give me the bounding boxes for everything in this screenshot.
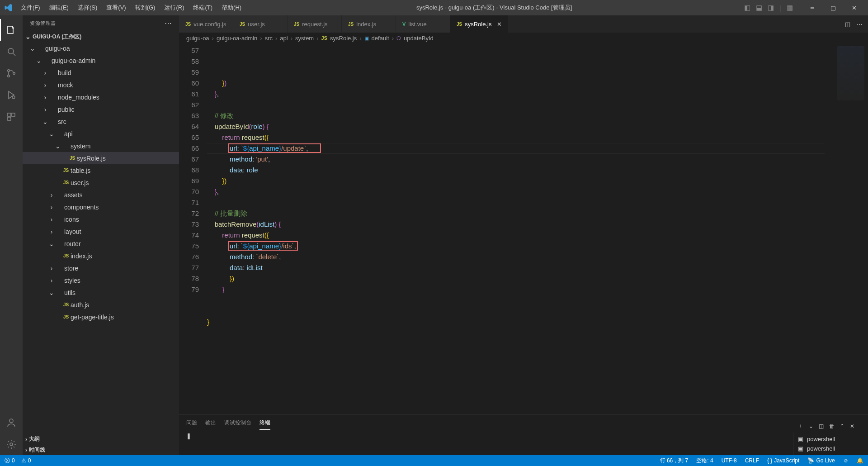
activity-search-icon[interactable] bbox=[0, 41, 23, 62]
tree-folder[interactable]: ›public bbox=[23, 103, 179, 115]
menu-edit[interactable]: 编辑(E) bbox=[45, 1, 73, 14]
split-terminal-icon[interactable]: ◫ bbox=[819, 423, 824, 429]
layout-panel-right-icon[interactable]: ◨ bbox=[766, 2, 776, 14]
tree-folder[interactable]: ›styles bbox=[23, 274, 179, 286]
kill-terminal-icon[interactable]: 🗑 bbox=[829, 423, 835, 429]
status-encoding[interactable]: UTF-8 bbox=[722, 457, 737, 464]
tree-file[interactable]: JSauth.js bbox=[23, 299, 179, 311]
status-language[interactable]: { } JavaScript bbox=[767, 457, 799, 464]
status-feedback-icon[interactable]: ☺ bbox=[843, 457, 849, 464]
close-panel-icon[interactable]: ✕ bbox=[850, 423, 854, 429]
activity-extensions-icon[interactable] bbox=[0, 106, 23, 128]
new-terminal-icon[interactable]: ＋ bbox=[798, 422, 803, 430]
close-tab-icon[interactable]: ✕ bbox=[497, 21, 502, 28]
tree-folder[interactable]: ⌄guigu-oa bbox=[23, 42, 179, 54]
chevron-icon: › bbox=[48, 277, 55, 284]
layout-panel-bottom-icon[interactable]: ⬓ bbox=[754, 2, 764, 14]
minimize-button[interactable]: ━ bbox=[802, 0, 823, 15]
breadcrumb-item[interactable]: guigu-oa-admin bbox=[217, 35, 257, 42]
breadcrumb-item[interactable]: updateById bbox=[404, 35, 434, 42]
tree-file[interactable]: JSsysRole.js bbox=[23, 152, 179, 164]
terminal-item[interactable]: ▣powershell bbox=[793, 444, 861, 453]
tree-file[interactable]: JSget-page-title.js bbox=[23, 311, 179, 323]
close-button[interactable]: ✕ bbox=[844, 0, 864, 15]
layout-panel-left-icon[interactable]: ◧ bbox=[742, 2, 752, 14]
tree-folder[interactable]: ›assets bbox=[23, 189, 179, 201]
code-line: url: `${api_name}/update`, bbox=[207, 143, 825, 154]
maximize-button[interactable]: ▢ bbox=[823, 0, 844, 15]
tree-file[interactable]: JSuser.js bbox=[23, 176, 179, 189]
code-content[interactable]: }) }, // 修改 updateById(role) { return re… bbox=[207, 43, 825, 414]
panel-tab-terminal[interactable]: 终端 bbox=[259, 419, 270, 430]
terminal-content[interactable]: ❚ bbox=[186, 433, 793, 455]
status-eol[interactable]: CRLF bbox=[745, 457, 759, 464]
terminal-dropdown-icon[interactable]: ⌄ bbox=[809, 423, 813, 429]
editor-tab[interactable]: JSuser.js bbox=[233, 15, 288, 33]
breadcrumb-item[interactable]: sysRole.js bbox=[330, 35, 357, 42]
layout-customize-icon[interactable]: ▦ bbox=[785, 2, 795, 14]
tree-folder[interactable]: ›node_modules bbox=[23, 91, 179, 103]
tree-folder[interactable]: ⌄src bbox=[23, 115, 179, 128]
split-editor-icon[interactable]: ◫ bbox=[845, 21, 850, 28]
tree-item-label: src bbox=[58, 118, 66, 125]
svg-point-0 bbox=[8, 48, 14, 54]
tree-folder[interactable]: ›store bbox=[23, 262, 179, 274]
activity-run-icon[interactable] bbox=[0, 84, 23, 106]
breadcrumb-item[interactable]: src bbox=[265, 35, 273, 42]
menu-go[interactable]: 转到(G) bbox=[131, 1, 160, 14]
editor-tab[interactable]: Vlist.vue bbox=[396, 15, 450, 33]
activity-explorer-icon[interactable] bbox=[0, 19, 23, 41]
tree-folder[interactable]: ›build bbox=[23, 67, 179, 79]
menu-view[interactable]: 查看(V) bbox=[102, 1, 130, 14]
breadcrumb-item[interactable]: system bbox=[295, 35, 314, 42]
maximize-panel-icon[interactable]: ⌃ bbox=[840, 423, 844, 429]
tree-folder[interactable]: ›components bbox=[23, 201, 179, 213]
editor-body[interactable]: 5758596061626364656667686970717273747576… bbox=[179, 43, 868, 414]
status-golive[interactable]: 📡 Go Live bbox=[807, 457, 835, 464]
menu-run[interactable]: 运行(R) bbox=[160, 1, 189, 14]
tree-file[interactable]: JStable.js bbox=[23, 164, 179, 176]
terminal-item[interactable]: ▣powershell bbox=[793, 434, 861, 444]
editor-tab[interactable]: JSvue.config.js bbox=[179, 15, 233, 33]
menu-help[interactable]: 帮助(H) bbox=[217, 1, 246, 14]
activity-scm-icon[interactable] bbox=[0, 62, 23, 84]
tree-folder[interactable]: ⌄api bbox=[23, 128, 179, 140]
breadcrumb-item[interactable]: guigu-oa bbox=[186, 35, 209, 42]
editor-tab[interactable]: JSindex.js bbox=[342, 15, 396, 33]
line-number: 67 bbox=[179, 154, 199, 165]
menu-file[interactable]: 文件(F) bbox=[16, 1, 45, 14]
timeline-section[interactable]: ›时间线 bbox=[23, 444, 179, 455]
js-file-icon: JS bbox=[61, 180, 71, 185]
tree-item-label: build bbox=[58, 69, 71, 76]
editor-more-icon[interactable]: ⋯ bbox=[857, 21, 863, 28]
tree-file[interactable]: JSindex.js bbox=[23, 250, 179, 262]
breadcrumb-item[interactable]: api bbox=[280, 35, 288, 42]
status-lncol[interactable]: 行 66，列 7 bbox=[660, 457, 689, 465]
panel-tab-problems[interactable]: 问题 bbox=[186, 419, 197, 429]
tree-folder[interactable]: ⌄router bbox=[23, 238, 179, 250]
editor-tab[interactable]: JSsysRole.js✕ bbox=[450, 15, 509, 33]
panel-tab-debug-console[interactable]: 调试控制台 bbox=[224, 419, 251, 429]
tree-folder[interactable]: ⌄guigu-oa-admin bbox=[23, 54, 179, 67]
breadcrumb-item[interactable]: default bbox=[372, 35, 389, 42]
workspace-header[interactable]: ⌄GUIGU-OA (工作区) bbox=[23, 31, 179, 42]
tree-folder[interactable]: ›layout bbox=[23, 225, 179, 238]
status-spaces[interactable]: 空格: 4 bbox=[696, 457, 713, 465]
menu-terminal[interactable]: 终端(T) bbox=[189, 1, 217, 14]
tree-folder[interactable]: ⌄system bbox=[23, 140, 179, 152]
minimap[interactable] bbox=[825, 43, 868, 414]
activity-account-icon[interactable] bbox=[0, 412, 23, 433]
outline-section[interactable]: ›大纲 bbox=[23, 433, 179, 444]
tree-folder[interactable]: ⌄utils bbox=[23, 286, 179, 299]
breadcrumbs[interactable]: guigu-oa› guigu-oa-admin› src› api› syst… bbox=[179, 33, 868, 43]
status-bell-icon[interactable]: 🔔 bbox=[857, 457, 863, 464]
explorer-more-icon[interactable]: ⋯ bbox=[165, 19, 172, 28]
tree-folder[interactable]: ›mock bbox=[23, 79, 179, 91]
status-errors[interactable]: ⓧ 0 bbox=[5, 457, 15, 465]
activity-settings-icon[interactable] bbox=[0, 433, 23, 455]
editor-tab[interactable]: JSrequest.js bbox=[288, 15, 342, 33]
tree-folder[interactable]: ›icons bbox=[23, 213, 179, 225]
status-warnings[interactable]: ⚠ 0 bbox=[21, 457, 31, 464]
panel-tab-output[interactable]: 输出 bbox=[205, 419, 216, 429]
menu-selection[interactable]: 选择(S) bbox=[73, 1, 102, 14]
